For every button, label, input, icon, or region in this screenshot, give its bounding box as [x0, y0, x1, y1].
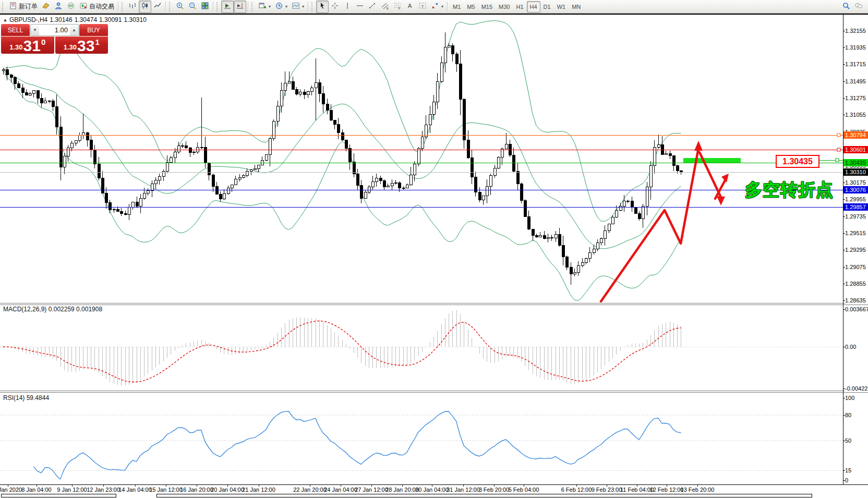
ohlc-open: 1.30146: [50, 16, 72, 23]
chevron-down-icon: ▾: [302, 4, 304, 9]
bottom-strip: [0, 493, 868, 498]
label-button[interactable]: T: [416, 1, 429, 13]
minimized-window-bar[interactable]: [1, 494, 116, 497]
template-icon: [292, 2, 300, 11]
chevron-down-icon: ▾: [441, 4, 443, 9]
toolbar-grip[interactable]: [2, 2, 5, 11]
buy-price[interactable]: 1.30331: [55, 37, 108, 54]
auto-scroll-button[interactable]: [221, 1, 234, 13]
collapse-arrow-icon[interactable]: ▲: [3, 18, 7, 22]
autotrade-button-label: 自动交易: [89, 2, 114, 11]
vline-icon: [343, 2, 352, 11]
sell-price[interactable]: 1.30310: [1, 37, 54, 54]
minimized-window-bar[interactable]: [156, 494, 812, 497]
cursor-button[interactable]: [316, 1, 329, 13]
timeframe-M5[interactable]: M5: [464, 1, 478, 13]
price-axis-label: 1.29955: [845, 196, 868, 203]
chevron-down-icon: ▾: [285, 4, 287, 9]
toolbar-grip[interactable]: [251, 2, 255, 11]
new-chart-button[interactable]: ▾: [256, 1, 273, 13]
tile-windows-button[interactable]: [199, 1, 211, 13]
price-axis-label: 1.32155: [845, 28, 868, 34]
auto-scroll-icon: [223, 2, 232, 11]
price-axis-label: 1.31715: [845, 61, 868, 68]
timeframe-W1[interactable]: W1: [554, 1, 569, 13]
chart-area[interactable]: [0, 15, 843, 303]
rsi-indicator-label: RSI(14) 59.4844: [3, 394, 49, 402]
toolbar-separator: [213, 2, 214, 11]
price-axis-label: 1.31495: [845, 78, 868, 85]
trendline-button[interactable]: [366, 1, 379, 13]
signals-button[interactable]: [65, 1, 77, 13]
toolbar-separator: [248, 2, 249, 11]
zoom-out-button[interactable]: [186, 1, 199, 13]
svg-text:E: E: [387, 7, 389, 10]
macd-axis-label: 0.00: [845, 344, 868, 350]
signals-icon: [67, 2, 75, 11]
zoom-in-button[interactable]: [174, 1, 186, 13]
price-tag-1.29857: 1.29857: [843, 203, 868, 211]
price-axis-label: 1.29075: [845, 264, 868, 271]
hline-button[interactable]: [354, 1, 366, 13]
bar-chart-button[interactable]: [126, 1, 139, 13]
ohlc-high: 1.30474: [75, 16, 97, 23]
toolbar-grip[interactable]: [216, 2, 220, 11]
template-button[interactable]: ▾: [290, 1, 306, 13]
toolbar-separator: [118, 2, 119, 11]
toolbar-grip[interactable]: [311, 2, 315, 11]
timeframe-M30[interactable]: M30: [496, 1, 513, 13]
clock-icon: [275, 2, 283, 11]
chat-button[interactable]: [852, 1, 865, 13]
price-axis-label: 1.30175: [845, 179, 868, 186]
buy-button[interactable]: BUY: [79, 24, 108, 36]
annotation-text: 多空转折点: [745, 178, 834, 202]
vline-button[interactable]: [341, 1, 354, 13]
toolbar-separator: [447, 2, 448, 11]
volume-decrease-button[interactable]: ▼: [31, 25, 39, 35]
chart-window-border: [0, 14, 868, 15]
search-icon: [842, 2, 850, 11]
price-axis-label: 1.29735: [845, 213, 868, 220]
toolbar-grip[interactable]: [122, 2, 125, 11]
timeframe-D1[interactable]: D1: [540, 1, 554, 13]
price-tag-1.30310: 1.30310: [843, 168, 868, 176]
tile-windows-icon: [201, 2, 209, 11]
period-button[interactable]: ▾: [273, 1, 290, 13]
price-axis-label: 1.31055: [845, 112, 868, 118]
timeframe-H4[interactable]: H4: [527, 1, 540, 13]
chart-shift-button[interactable]: [234, 1, 246, 13]
candle-chart-button[interactable]: [139, 1, 151, 13]
price-axis-label: 1.29515: [845, 230, 868, 237]
bar-chart-icon: [128, 2, 137, 11]
rsi-axis-label: 50: [845, 438, 868, 444]
svg-text:F: F: [399, 7, 401, 10]
timeframe-H1[interactable]: H1: [513, 1, 526, 13]
timeframe-M15[interactable]: M15: [478, 1, 496, 13]
styler-button[interactable]: [40, 1, 52, 13]
chat-icon: [854, 2, 863, 11]
channel-button[interactable]: E: [379, 1, 391, 13]
svg-text:A: A: [408, 3, 412, 9]
timeframe-MN[interactable]: MN: [569, 1, 584, 13]
volume-increase-button[interactable]: ▲: [70, 25, 78, 35]
fibonacci-button[interactable]: F: [391, 1, 404, 13]
sell-button[interactable]: SELL: [1, 24, 30, 36]
fibonacci-icon: F: [393, 2, 402, 11]
macd-indicator-label: MACD(12,26,9) 0.002259 0.001908: [3, 306, 102, 313]
label-icon: T: [418, 2, 427, 11]
text-icon: A: [406, 2, 414, 11]
search-button[interactable]: [840, 1, 852, 13]
autotrade-button[interactable]: 自动交易: [77, 1, 116, 13]
text-button[interactable]: A: [404, 1, 416, 13]
volume-input[interactable]: 1.00: [39, 25, 70, 35]
timeframe-M1[interactable]: M1: [450, 1, 464, 13]
price-flag-label[interactable]: 1.30435: [776, 155, 819, 168]
trendline-icon: [368, 2, 377, 11]
arrows-button[interactable]: ▾: [429, 1, 445, 13]
profile-button[interactable]: [52, 1, 65, 13]
candle-chart-icon: [141, 2, 149, 11]
toolbar-grip[interactable]: [169, 2, 172, 11]
new-order-button[interactable]: 新订单: [7, 1, 40, 13]
line-chart-button[interactable]: [151, 1, 164, 13]
crosshair-button[interactable]: [329, 1, 341, 13]
